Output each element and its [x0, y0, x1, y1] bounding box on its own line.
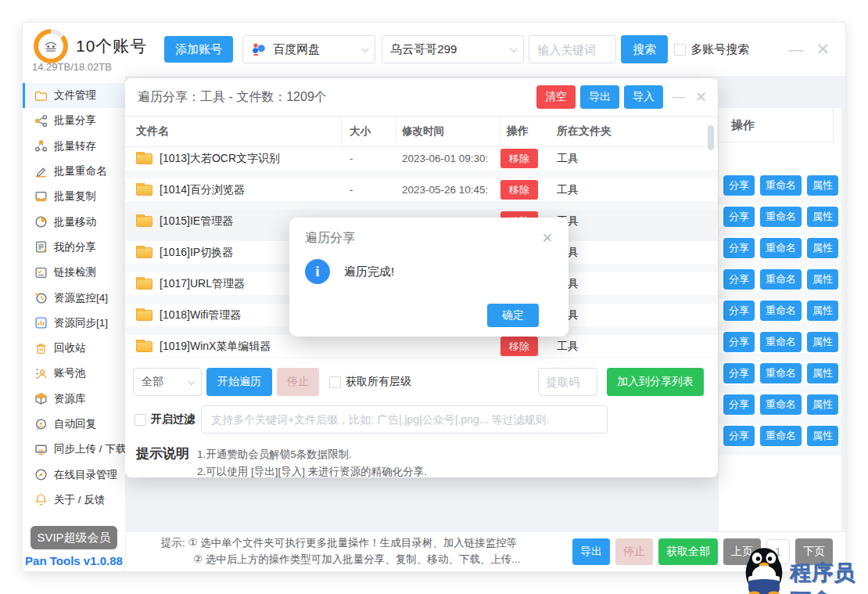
sidebar-item[interactable]: 链接检测: [23, 260, 125, 285]
sidebar-item[interactable]: 批量转存: [23, 134, 125, 159]
enable-filter-option[interactable]: 开启过滤: [135, 412, 195, 427]
remove-button[interactable]: 移除: [500, 337, 538, 356]
remove-button[interactable]: 移除: [500, 180, 538, 200]
folder-icon: [136, 341, 152, 352]
file-folder: 工具: [547, 308, 718, 322]
multi-account-checkbox[interactable]: [674, 44, 686, 56]
export-button[interactable]: 导出: [572, 538, 610, 565]
share-button[interactable]: 分享: [723, 238, 755, 258]
properties-button[interactable]: 属性: [807, 426, 838, 446]
all-levels-option[interactable]: 获取所有层级: [329, 375, 411, 389]
sidebar-item[interactable]: 批量重命名: [23, 159, 125, 184]
tips-title: 提示说明: [136, 445, 189, 477]
sidebar-item-label: 在线目录管理: [54, 468, 117, 482]
all-levels-checkbox[interactable]: [329, 376, 341, 388]
modal-export-button[interactable]: 导出: [580, 85, 619, 109]
provider-select[interactable]: 百度网盘: [242, 35, 375, 63]
filter-rule-input[interactable]: [201, 405, 608, 434]
start-traverse-button[interactable]: 开始遍历: [206, 368, 272, 396]
stop-button[interactable]: 停止: [615, 538, 653, 565]
rename-button[interactable]: 重命名: [760, 426, 802, 446]
table-row[interactable]: [1019]WinX菜单编辑器 移除 工具: [125, 335, 718, 358]
sidebar-item[interactable]: 在线目录管理: [23, 462, 125, 487]
properties-button[interactable]: 属性: [807, 332, 838, 352]
folder-icon: [136, 216, 152, 227]
account-pool-icon: [34, 367, 48, 380]
sidebar-item[interactable]: 批量移动: [23, 209, 125, 234]
sidebar-item[interactable]: 账号池: [23, 361, 125, 386]
share-button[interactable]: 分享: [723, 301, 755, 321]
multi-account-search[interactable]: 多账号搜索: [674, 42, 749, 57]
account-select[interactable]: 乌云哥哥299: [382, 35, 524, 63]
sidebar-item[interactable]: 文件管理: [23, 83, 125, 108]
ops-row: 分享 重命名 属性: [719, 174, 841, 205]
search-button[interactable]: 搜索: [621, 35, 668, 63]
rename-button[interactable]: 重命名: [760, 269, 802, 290]
folder-icon: [136, 153, 152, 164]
ops-row: 分享 重命名 属性: [719, 236, 841, 268]
modal-title: 遍历分享：工具 - 文件数：1209个: [138, 89, 327, 106]
rename-button[interactable]: 重命名: [760, 207, 802, 227]
properties-button[interactable]: 属性: [807, 175, 838, 196]
topbar: 10个账号 14.29TB/18.02TB 添加账号 百度网盘 乌云哥哥299 …: [23, 23, 845, 76]
share-button[interactable]: 分享: [723, 269, 755, 290]
svip-button[interactable]: SVIP超级会员: [30, 526, 117, 549]
folder-icon: [136, 247, 152, 258]
col-size: 大小: [342, 117, 396, 146]
enable-filter-checkbox[interactable]: [135, 414, 146, 426]
sidebar-item[interactable]: 批量复制: [23, 184, 125, 209]
sidebar-item[interactable]: 自动回复: [23, 412, 125, 437]
add-to-share-list-button[interactable]: 加入到分享列表: [607, 368, 704, 396]
properties-button[interactable]: 属性: [807, 394, 838, 415]
table-row[interactable]: [1014]百分浏览器 - 2023-05-26 10:45: 移除 工具: [125, 178, 718, 210]
sidebar-item[interactable]: 关于 / 反馈: [23, 488, 125, 513]
share-button[interactable]: 分享: [723, 426, 755, 446]
rename-button[interactable]: 重命名: [760, 301, 802, 321]
rename-button[interactable]: 重命名: [760, 175, 802, 196]
share-button[interactable]: 分享: [723, 332, 755, 352]
sidebar-item[interactable]: 资源监控[4]: [23, 285, 125, 310]
confirm-button[interactable]: 确定: [487, 304, 539, 327]
scope-select[interactable]: 全部: [133, 368, 202, 396]
modal-stop-button[interactable]: 停止: [277, 368, 319, 396]
get-all-button[interactable]: 获取全部: [658, 538, 718, 565]
share-button[interactable]: 分享: [723, 394, 755, 415]
rename-button[interactable]: 重命名: [760, 238, 802, 258]
scrollbar-thumb[interactable]: [708, 125, 714, 150]
properties-button[interactable]: 属性: [807, 363, 838, 383]
rename-button[interactable]: 重命名: [760, 363, 802, 383]
modal-import-button[interactable]: 导入: [624, 85, 663, 109]
sidebar-item-label: 资源同步[1]: [54, 316, 108, 330]
sidebar-item[interactable]: 资源同步[1]: [23, 311, 125, 336]
sidebar-item-label: 批量分享: [54, 113, 96, 128]
chevron-down-icon: [188, 377, 195, 385]
remove-button[interactable]: 移除: [500, 149, 538, 168]
share-button[interactable]: 分享: [723, 175, 755, 196]
my-share-doc-icon: [34, 240, 48, 254]
minimize-icon[interactable]: —: [788, 41, 803, 58]
sidebar-item[interactable]: 回收站: [23, 336, 125, 361]
clear-button[interactable]: 清空: [536, 85, 576, 109]
properties-button[interactable]: 属性: [807, 207, 838, 227]
share-button[interactable]: 分享: [723, 363, 755, 383]
close-icon[interactable]: ✕: [816, 40, 830, 59]
sidebar-item[interactable]: 我的分享: [23, 235, 125, 260]
add-account-button[interactable]: 添加账号: [164, 36, 233, 63]
modal-close-icon[interactable]: ✕: [695, 88, 707, 106]
sidebar-item[interactable]: 批量分享: [23, 108, 125, 133]
sidebar-item[interactable]: 同步上传 / 下载: [23, 437, 125, 462]
dialog-close-icon[interactable]: ✕: [542, 230, 553, 247]
modal-minimize-icon[interactable]: —: [673, 90, 685, 104]
sidebar-item[interactable]: 资源库: [23, 387, 125, 412]
properties-button[interactable]: 属性: [807, 238, 838, 258]
link-check-icon: [34, 266, 48, 279]
properties-button[interactable]: 属性: [807, 301, 838, 321]
keyword-input[interactable]: [529, 35, 616, 63]
properties-button[interactable]: 属性: [807, 269, 838, 290]
rename-button[interactable]: 重命名: [760, 332, 802, 352]
table-row[interactable]: [1013]大若OCR文字识别 - 2023-06-01 09:30: 移除 工…: [125, 147, 718, 178]
share-button[interactable]: 分享: [723, 207, 755, 227]
rename-button[interactable]: 重命名: [760, 394, 802, 415]
watermark: 程序员阿鑫: [740, 545, 868, 594]
extract-code-input[interactable]: [538, 368, 597, 396]
